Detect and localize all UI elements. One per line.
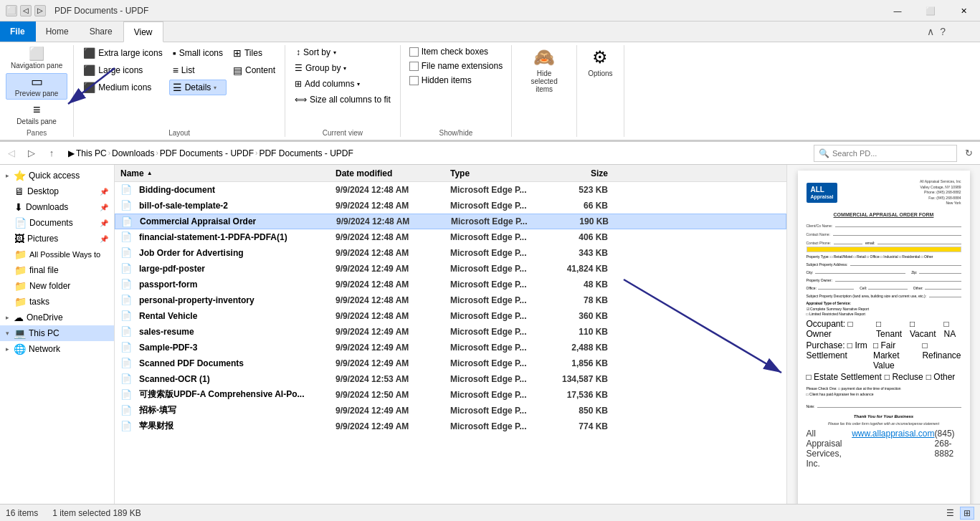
table-row[interactable]: 📄 bill-of-sale-template-2 9/9/2024 12:48… (115, 198, 786, 214)
preview-company-info: All Appraisal Services, Inc Valley Cotta… (920, 179, 961, 206)
sidebar-item-tasks[interactable]: 📁 tasks (0, 294, 114, 310)
table-row[interactable]: 📄 sales-resume 9/9/2024 12:49 AM Microso… (115, 324, 786, 340)
sidebar-item-label-downloads: Downloads (26, 202, 68, 212)
file-row-size-cell: 523 KB (543, 185, 608, 195)
navigation-pane: ▸ ⭐ Quick access 🖥 Desktop 📌 ⬇ Downloads… (0, 165, 115, 521)
hide-selected-items-button[interactable]: 🙈 Hide selected items (518, 45, 571, 95)
file-row-type-cell: Microsoft Edge P... (450, 311, 543, 321)
file-row-size-cell: 110 KB (543, 327, 608, 337)
list-icon: ≡ (173, 64, 179, 76)
sidebar-item-pictures[interactable]: 🖼 Pictures 📌 (0, 231, 114, 247)
sidebar-item-downloads[interactable]: ⬇ Downloads 📌 (0, 199, 114, 215)
file-row-size-cell: 41,824 KB (543, 264, 608, 274)
sidebar-item-all-possible[interactable]: 📁 All Possible Ways to (0, 247, 114, 262)
extra-large-icons-button[interactable]: ⬛ Extra large icons (80, 45, 166, 61)
file-row-type-cell: Microsoft Edge P... (450, 201, 543, 211)
navigation-pane-button[interactable]: ⬜ Navigation pane (6, 45, 67, 72)
add-columns-button[interactable]: ⊞ Add columns ▾ (291, 77, 363, 91)
bc-sep-1: › (108, 149, 110, 157)
table-row[interactable]: 📄 passport-form 9/9/2024 12:48 AM Micros… (115, 277, 786, 292)
file-row-date-cell: 9/9/2024 12:49 AM (336, 343, 450, 353)
help-icon[interactable]: ? (940, 26, 946, 37)
ribbon-collapse-icon[interactable]: ∧ (927, 26, 934, 37)
details-pane-button[interactable]: ≡ Details pane (6, 101, 67, 128)
content-button[interactable]: ▤ Content (229, 62, 279, 78)
tab-share[interactable]: Share (80, 21, 123, 42)
file-row-type-cell: Microsoft Edge P... (450, 232, 543, 242)
table-row[interactable]: 📄 Scanned-OCR (1) 9/9/2024 12:53 AM Micr… (115, 371, 786, 387)
file-row-size-cell: 66 KB (543, 201, 608, 211)
medium-icons-button[interactable]: ⬛ Medium icons (80, 80, 166, 95)
up-button[interactable]: ↑ (43, 145, 60, 162)
tab-home[interactable]: Home (36, 21, 80, 42)
sidebar-item-desktop[interactable]: 🖥 Desktop 📌 (0, 183, 114, 199)
refresh-button[interactable]: ↻ (960, 145, 977, 162)
table-row[interactable]: 📄 可搜索版UPDF-A Comprehensive AI-Po... 9/9/… (115, 387, 786, 403)
table-row[interactable]: 📄 Scanned PDF Documents 9/9/2024 12:49 A… (115, 355, 786, 371)
sidebar-item-this-pc[interactable]: ▾ 💻 This PC (0, 325, 114, 341)
table-row[interactable]: 📄 financial-statement-1-PDFA-PDFA(1) 9/9… (115, 229, 786, 245)
file-row-name-cell: 📄 苹果财报 (120, 420, 336, 432)
tab-view[interactable]: View (123, 21, 163, 42)
file-row-date-cell: 9/9/2024 12:48 AM (336, 185, 450, 195)
large-icons-button[interactable]: ⬛ Large icons (80, 62, 166, 78)
file-name-extensions-toggle[interactable]: File name extensions (406, 59, 505, 72)
file-name-label: bill-of-sale-template-2 (139, 201, 333, 211)
file-row-name-cell: 📄 bill-of-sale-template-2 (120, 200, 336, 211)
maximize-button[interactable]: ⬜ (914, 0, 947, 21)
layout-group-content: ⬛ Extra large icons ⬛ Large icons ⬛ Medi… (80, 45, 279, 128)
status-details-view-icon[interactable]: ☰ (943, 507, 957, 520)
pin-icon-downloads: 📌 (100, 204, 108, 211)
search-input[interactable] (832, 149, 952, 158)
sidebar-item-quick-access[interactable]: ▸ ⭐ Quick access (0, 168, 114, 183)
forward-button[interactable]: ▷ (23, 145, 40, 162)
details-pane-icon: ≡ (33, 103, 41, 116)
panes-group-label: Panes (27, 128, 47, 137)
sort-by-button[interactable]: ↕ Sort by ▾ (291, 45, 348, 59)
table-row[interactable]: 📄 招标-填写 9/9/2024 12:49 AM Microsoft Edge… (115, 403, 786, 419)
options-button[interactable]: ⚙ Options (583, 45, 617, 80)
breadcrumb[interactable]: ▶ This PC › Downloads › PDF Documents - … (63, 145, 811, 162)
pdf-icon: 📄 (120, 373, 132, 384)
table-row[interactable]: 📄 Sample-PDF-3 9/9/2024 12:49 AM Microso… (115, 340, 786, 355)
ribbon-tabs: File Home Share View ∧ ? (0, 21, 980, 42)
window-controls: — ⬜ ✕ (881, 0, 980, 21)
table-row[interactable]: 📄 Job Order for Advertising 9/9/2024 12:… (115, 245, 786, 261)
tab-file[interactable]: File (0, 21, 36, 42)
small-icons-button[interactable]: ▪ Small icons (169, 45, 227, 61)
file-row-name-cell: 📄 passport-form (120, 279, 336, 290)
table-row[interactable]: 📄 Commercial Appraisal Order 9/9/2024 12… (115, 214, 786, 229)
sidebar-item-documents[interactable]: 📄 Documents 📌 (0, 215, 114, 231)
list-button[interactable]: ≡ List (169, 62, 227, 78)
preview-pane-button[interactable]: ▭ Preview pane (6, 73, 67, 100)
close-button[interactable]: ✕ (947, 0, 980, 21)
details-button[interactable]: ☰ Details ▾ (169, 80, 227, 95)
hidden-items-toggle[interactable]: Hidden items (406, 74, 475, 87)
sidebar-item-new-folder[interactable]: 📁 New folder (0, 278, 114, 294)
sidebar-item-final-file[interactable]: 📁 final file (0, 262, 114, 278)
table-row[interactable]: 📄 Bidding-document 9/9/2024 12:48 AM Mic… (115, 182, 786, 198)
pdf-icon: 📄 (120, 405, 132, 416)
preview-highlight-field (807, 247, 961, 252)
sidebar-item-onedrive[interactable]: ▸ ☁ OneDrive (0, 310, 114, 325)
table-row[interactable]: 📄 苹果财报 9/9/2024 12:49 AM Microsoft Edge … (115, 419, 786, 434)
group-by-button[interactable]: ☰ Group by ▾ (291, 61, 350, 75)
file-row-date-cell: 9/9/2024 12:48 AM (336, 295, 450, 305)
minimize-button[interactable]: — (881, 0, 914, 21)
file-row-size-cell: 360 KB (543, 311, 608, 321)
item-check-boxes-toggle[interactable]: Item check boxes (406, 45, 491, 58)
table-row[interactable]: 📄 Rental Vehicle 9/9/2024 12:48 AM Micro… (115, 308, 786, 324)
size-all-columns-button[interactable]: ⟺ Size all columns to fit (291, 92, 394, 107)
table-row[interactable]: 📄 large-pdf-poster 9/9/2024 12:49 AM Mic… (115, 261, 786, 277)
col-header-date[interactable]: Date modified (336, 168, 450, 178)
file-name-label: Scanned-OCR (1) (139, 374, 333, 384)
table-row[interactable]: 📄 personal-property-inventory 9/9/2024 1… (115, 292, 786, 308)
sidebar-item-network[interactable]: ▸ 🌐 Network (0, 341, 114, 357)
file-name-label: Rental Vehicle (139, 311, 333, 321)
col-header-name[interactable]: Name ▲ (120, 168, 336, 178)
col-header-size[interactable]: Size (543, 168, 608, 178)
tiles-button[interactable]: ⊞ Tiles (229, 45, 279, 61)
status-large-icons-view-icon[interactable]: ⊞ (960, 507, 974, 520)
col-header-type[interactable]: Type (450, 168, 543, 178)
back-button[interactable]: ◁ (3, 145, 20, 162)
